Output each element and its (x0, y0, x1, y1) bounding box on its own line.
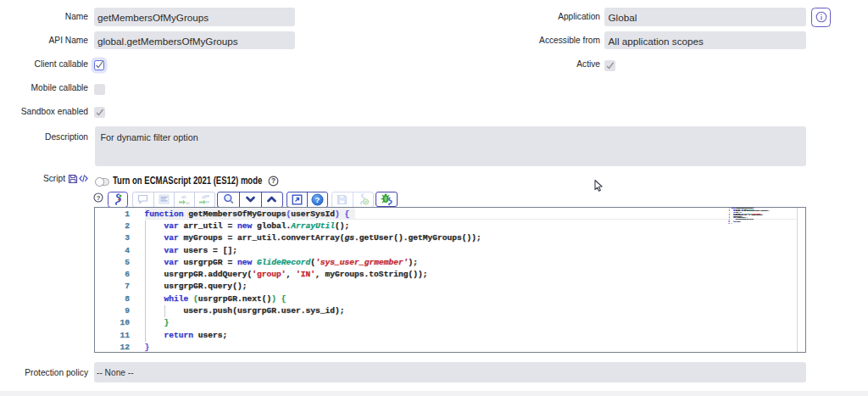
svg-text:ab: ab (181, 194, 186, 199)
svg-text:?: ? (270, 177, 275, 185)
svg-text:?: ? (314, 194, 320, 204)
svg-text:?: ? (97, 194, 101, 202)
svg-text:ac: ac (186, 199, 190, 204)
